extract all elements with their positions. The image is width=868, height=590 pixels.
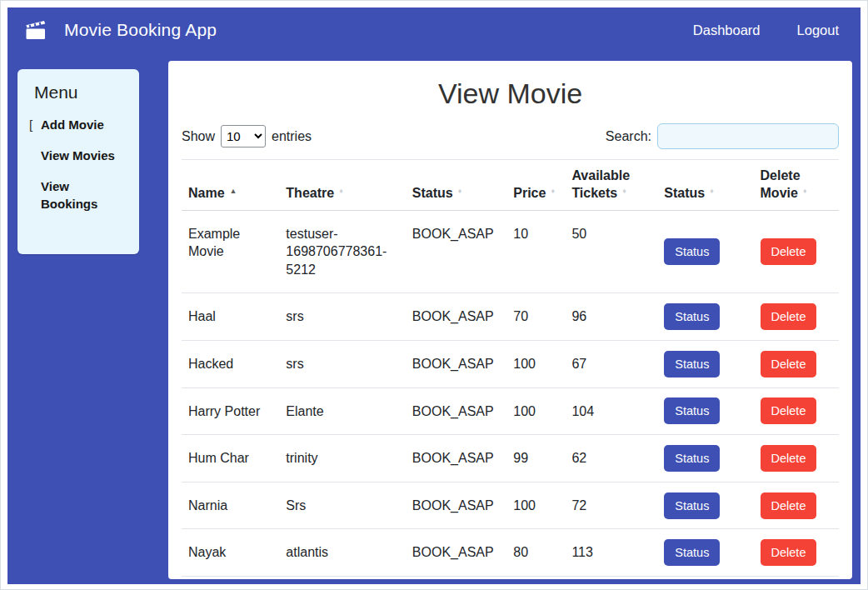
cell-theatre: Elante [279, 388, 405, 435]
cell-theatre: Srs [279, 482, 405, 529]
movies-table: Name▲Theatre♦Status♦Price♦Available Tick… [182, 159, 839, 579]
page-size-select[interactable]: 10 [221, 125, 266, 148]
cell-name: Naruto [182, 576, 279, 579]
cell-status: BOOK_ASAP [406, 210, 506, 293]
table-row: Hum ChartrinityBOOK_ASAP9962StatusDelete [182, 435, 839, 482]
cell-name: Haal [182, 293, 279, 341]
column-label: Available Tickets [571, 168, 630, 200]
cell-tickets: 72 [565, 482, 657, 529]
table-row: NayakatlantisBOOK_ASAP80113StatusDelete [182, 529, 839, 577]
cell-status: BOOK_ASAP [406, 482, 506, 529]
cell-tickets: 104 [565, 388, 657, 435]
column-label: Price [513, 186, 546, 200]
cell-status: BOOK_ASAP [406, 340, 506, 388]
column-header-name[interactable]: Name▲ [182, 160, 279, 211]
delete-button[interactable]: Delete [761, 238, 817, 265]
top-navbar: Movie Booking App Dashboard Logout [7, 8, 861, 52]
sidebar-item-add-movie[interactable]: [ Add Movie [29, 116, 131, 133]
status-button[interactable]: Status [664, 539, 720, 566]
delete-button[interactable]: Delete [761, 303, 817, 330]
cell-price: 80 [506, 529, 565, 577]
search-label: Search: [606, 129, 651, 144]
app-window: Movie Booking App Dashboard Logout Menu … [0, 0, 868, 590]
search-input[interactable] [657, 123, 839, 149]
cell-theatre: Pacific [279, 576, 405, 579]
nav-link-dashboard[interactable]: Dashboard [693, 22, 761, 38]
delete-button[interactable]: Delete [761, 539, 817, 566]
cell-status-action: Status [657, 293, 753, 341]
cell-tickets: 67 [565, 340, 657, 388]
table-row: NarniaSrsBOOK_ASAP10072StatusDelete [182, 482, 839, 529]
status-button[interactable]: Status [664, 492, 720, 519]
movies-table-body: Example Movietestuser-1698706778361-5212… [182, 210, 839, 579]
cell-delete-action: Delete [754, 435, 839, 482]
column-header-status-action[interactable]: Status♦ [657, 160, 753, 211]
column-header-available-tickets[interactable]: Available Tickets♦ [565, 160, 657, 211]
sort-icon: ♦ [458, 187, 462, 195]
cell-status-action: Status [657, 529, 753, 577]
nav-link-logout[interactable]: Logout [797, 22, 839, 38]
delete-button[interactable]: Delete [761, 492, 817, 519]
cell-price: 100 [506, 340, 565, 388]
view-movies-icon [29, 147, 41, 164]
column-label: Theatre [286, 186, 334, 200]
cell-theatre: srs [279, 340, 405, 388]
cell-delete-action: Delete [754, 388, 839, 435]
search-control: Search: [606, 123, 839, 149]
sort-icon: ♦ [622, 187, 626, 195]
delete-button[interactable]: Delete [761, 398, 817, 424]
cell-tickets: 96 [565, 293, 657, 341]
sort-icon: ♦ [551, 187, 555, 195]
cell-delete-action: Delete [754, 340, 839, 388]
cell-name: Narnia [182, 482, 279, 529]
cell-name: Nayak [182, 529, 279, 577]
status-button[interactable]: Status [664, 445, 720, 472]
sort-asc-icon: ▲ [230, 187, 237, 195]
sidebar-menu: Menu [ Add Movie View Movies View Bookin… [17, 69, 139, 254]
cell-tickets: 62 [565, 435, 657, 482]
cell-status-action: Status [657, 576, 753, 579]
column-label: Status [412, 186, 453, 200]
cell-status: BOOK_ASAP [406, 435, 506, 482]
cell-price: 100 [506, 388, 565, 435]
view-bookings-icon [29, 178, 41, 212]
delete-button[interactable]: Delete [761, 445, 817, 472]
status-button[interactable]: Status [664, 238, 720, 265]
cell-theatre: srs [279, 293, 405, 341]
app-title: Movie Booking App [64, 20, 217, 40]
table-row: HackedsrsBOOK_ASAP10067StatusDelete [182, 340, 839, 388]
sidebar-item-view-bookings[interactable]: View Bookings [29, 178, 131, 212]
cell-tickets: 117 [565, 576, 657, 579]
cell-price: 100 [506, 576, 565, 579]
status-button[interactable]: Status [664, 398, 720, 424]
status-button[interactable]: Status [664, 351, 720, 378]
column-header-status[interactable]: Status♦ [406, 160, 506, 211]
table-header-row: Name▲Theatre♦Status♦Price♦Available Tick… [182, 160, 839, 211]
cell-theatre: testuser-1698706778361-5212 [279, 210, 405, 293]
menu-title: Menu [34, 82, 131, 102]
cell-status-action: Status [657, 435, 753, 482]
cell-name: Harry Potter [182, 388, 279, 435]
status-button[interactable]: Status [664, 303, 720, 330]
sidebar-item-view-movies[interactable]: View Movies [29, 147, 131, 164]
entries-label: entries [272, 129, 312, 144]
sidebar-item-label: View Bookings [41, 178, 131, 212]
cell-price: 99 [506, 435, 565, 482]
table-row: Harry PotterElanteBOOK_ASAP100104StatusD… [182, 388, 839, 435]
column-header-delete-movie[interactable]: Delete Movie♦ [754, 160, 839, 211]
sort-icon: ♦ [803, 187, 807, 195]
cell-tickets: 50 [565, 210, 657, 293]
cell-name: Hacked [182, 340, 279, 388]
sidebar-item-label: Add Movie [41, 116, 107, 133]
column-header-price[interactable]: Price♦ [506, 160, 565, 211]
table-row: HaalsrsBOOK_ASAP7096StatusDelete [182, 293, 839, 341]
sidebar-column: Menu [ Add Movie View Movies View Bookin… [7, 52, 151, 254]
sidebar-item-label: View Movies [41, 147, 118, 164]
column-header-theatre[interactable]: Theatre♦ [279, 160, 405, 211]
cell-status-action: Status [657, 388, 753, 435]
table-row: NarutoPacificBOOK_ASAP100117StatusDelete [182, 576, 839, 579]
cell-status: BOOK_ASAP [406, 529, 506, 577]
delete-button[interactable]: Delete [761, 351, 817, 378]
movie-clapperboard-icon [26, 21, 47, 40]
cell-price: 70 [506, 293, 565, 341]
